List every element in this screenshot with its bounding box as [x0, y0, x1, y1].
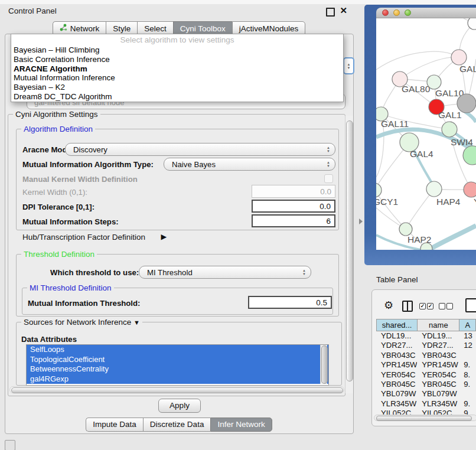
mi-type-label: Mutual Information Algorithm Type:	[22, 160, 154, 169]
hub-definition-toggle[interactable]: Hub/Transcription Factor Definition	[22, 233, 145, 242]
table-cell: YLR345W	[376, 399, 417, 409]
scrollbar-thumb[interactable]	[321, 345, 328, 384]
table-cell: 8.	[459, 370, 476, 380]
mit-field[interactable]: 0.5	[248, 296, 332, 309]
control-panel-titlebar: Control Panel ✕	[0, 5, 358, 18]
close-icon[interactable]: ✕	[340, 5, 347, 16]
node-label: GAL11	[381, 119, 409, 129]
column-header-A[interactable]: A	[459, 319, 476, 331]
table-row[interactable]: YBL079WYBL079W	[376, 389, 476, 399]
focused-spinner[interactable]: ▲ ▼	[343, 57, 354, 74]
apply-button[interactable]: Apply	[158, 399, 201, 413]
table-row[interactable]: YPR145WYPR145W9.	[376, 360, 476, 370]
list-item[interactable]: SelfLoops	[27, 345, 328, 355]
network-window-titlebar[interactable]	[376, 8, 476, 18]
attribute-list-scrollbar[interactable]	[320, 345, 327, 384]
algorithm-definition-title: Algorithm Definition	[21, 125, 95, 133]
scrollbar-thumb[interactable]	[376, 416, 472, 421]
zoom-traffic-light-icon[interactable]	[405, 9, 411, 16]
dpi-tolerance-field[interactable]: 0.0	[252, 200, 335, 213]
tab-label: jActiveMNodules	[239, 24, 299, 33]
export-table-icon[interactable]	[465, 298, 476, 312]
table-row[interactable]: YER054CYER054C8.	[376, 370, 476, 380]
table-row[interactable]: YDR27...YDR27...12	[376, 341, 476, 350]
network-node[interactable]	[463, 146, 476, 165]
column-header-shared[interactable]: shared...	[376, 319, 417, 331]
network-edge[interactable]	[376, 190, 406, 229]
tab-label: Network	[70, 24, 100, 33]
manual-kernel-checkbox[interactable]	[324, 174, 333, 183]
node-label: HAP4	[436, 197, 461, 207]
table-cell: YDL19...	[376, 331, 417, 341]
node-label: GAL1	[438, 110, 462, 120]
list-item[interactable]: TopologicalCoefficient	[27, 355, 328, 365]
table-row[interactable]: YBR045CYBR045C9.	[376, 380, 476, 389]
application-window: Control Panel ✕ NetworkStyleSelectCyni T…	[0, 0, 476, 450]
column-header-name[interactable]: name	[417, 319, 459, 331]
scrollbar-thumb[interactable]	[11, 387, 343, 393]
tab-label: Cyni Toolbox	[180, 24, 226, 33]
algorithm-option[interactable]: Bayesian – Hill Climbing	[11, 45, 343, 55]
node-label: Y	[474, 197, 476, 207]
network-edge[interactable]	[400, 57, 459, 79]
network-node-hap4[interactable]	[426, 181, 442, 197]
data-attributes-list[interactable]: SelfLoopsTopologicalCoefficientBetweenne…	[26, 344, 329, 386]
list-item[interactable]: gal4RGexp	[27, 374, 328, 384]
aracne-mode-select[interactable]: Discovery ▲▼	[65, 143, 335, 156]
spinner-arrows-icon: ▲▼	[327, 146, 330, 153]
node-attribute-table: shared...nameAYDL19...YDL19...13YDR27...…	[376, 319, 476, 419]
table-cell: YER054C	[376, 370, 417, 380]
network-view-canvas[interactable]: GALGAL80GAL10GAL1GAL11SWI4GAL4GCY1HAP4YH…	[376, 18, 476, 250]
cyni-algorithm-settings-title: Cyni Algorithm Settings	[13, 110, 100, 119]
network-edge[interactable]	[376, 51, 459, 70]
algorithm-option[interactable]: Basic Correlation Inference	[11, 55, 343, 64]
table-row[interactable]: YDL19...YDL19...13	[376, 331, 476, 341]
network-node-gal[interactable]	[451, 50, 467, 65]
network-node-gcy1[interactable]	[376, 183, 382, 197]
scrollbar-thumb[interactable]	[346, 120, 353, 381]
column-settings-icon[interactable]	[402, 301, 413, 312]
network-node[interactable]	[457, 94, 476, 113]
algorithm-dropdown-items: Bayesian – Hill ClimbingBasic Correlatio…	[11, 45, 343, 102]
tab-label: Impute Data	[93, 420, 136, 429]
network-node-y[interactable]	[464, 182, 476, 197]
tab-discretize-data[interactable]: Discretize Data	[143, 418, 211, 432]
tab-infer-network[interactable]: Infer Network	[210, 418, 272, 432]
splitter-handle[interactable]	[359, 219, 363, 224]
network-node[interactable]	[468, 18, 476, 30]
which-threshold-select[interactable]: MI Threshold ▲▼	[139, 266, 311, 279]
tab-impute-data[interactable]: Impute Data	[86, 418, 143, 432]
network-node-gal10[interactable]	[427, 75, 441, 89]
algorithm-option[interactable]: ARACNE Algorithm	[11, 64, 343, 74]
select-all-checkbox-icon[interactable]: ✓	[419, 303, 426, 309]
settings-horizontal-scrollbar[interactable]	[9, 386, 344, 393]
algorithm-option[interactable]: Bayesian – K2	[11, 83, 343, 92]
mi-type-select[interactable]: Naive Bayes ▲▼	[164, 158, 335, 171]
deselect-all-checkbox-icon[interactable]	[446, 303, 453, 309]
float-window-icon[interactable]	[326, 8, 335, 17]
table-cell: YDR27...	[417, 341, 459, 350]
table-horizontal-scrollbar[interactable]	[374, 415, 476, 421]
mi-steps-field[interactable]: 6	[252, 214, 335, 227]
close-traffic-light-icon[interactable]	[382, 9, 389, 16]
gear-icon[interactable]: ⚙	[384, 299, 393, 312]
settings-vertical-scrollbar[interactable]	[345, 116, 353, 393]
select-all-checkbox-icon[interactable]: ✓	[427, 303, 433, 309]
table-cell: YPR145W	[417, 360, 459, 370]
sources-title[interactable]: Sources for Network Inference ▼	[21, 318, 142, 327]
algorithm-option[interactable]: Mutual Information Inference	[11, 73, 343, 83]
network-node-hap2[interactable]	[399, 223, 412, 236]
table-header-row: shared...nameA	[376, 319, 476, 331]
network-node-swi4[interactable]	[442, 122, 457, 137]
algorithm-option[interactable]: Dream8 DC_TDC Algorithm	[11, 92, 343, 102]
table-row[interactable]: YLR345WYLR345W9.	[376, 399, 476, 409]
data-attributes-label: Data Attributes	[21, 335, 77, 344]
collapsed-panel-button[interactable]	[5, 440, 15, 450]
list-item[interactable]: BetweennessCentrality	[27, 364, 328, 374]
table-cell: YER054C	[417, 370, 459, 380]
collapse-right-icon[interactable]: ▶	[161, 233, 167, 241]
network-edge[interactable]	[429, 226, 476, 250]
table-row[interactable]: YBR043CYBR043C	[376, 351, 476, 360]
deselect-all-checkbox-icon[interactable]	[439, 303, 445, 309]
minimize-traffic-light-icon[interactable]	[393, 9, 400, 16]
